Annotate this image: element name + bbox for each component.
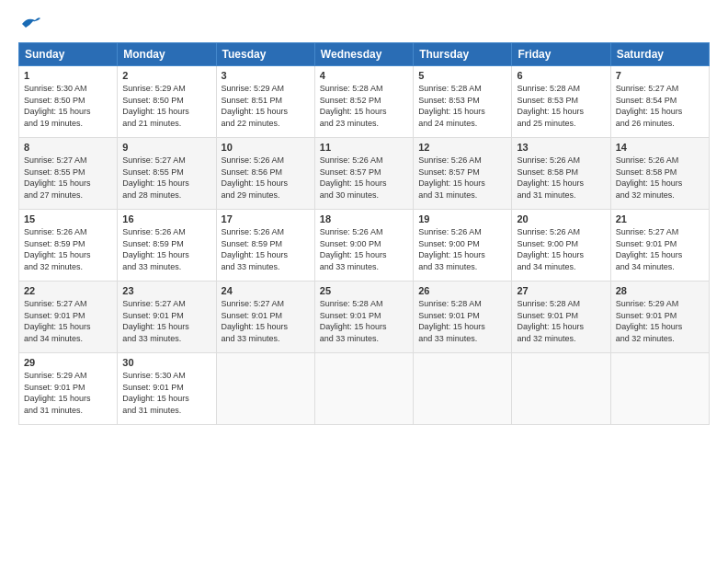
calendar-weekday-wednesday: Wednesday [314, 43, 413, 66]
calendar-weekday-thursday: Thursday [414, 43, 512, 66]
calendar-day-cell: 4Sunrise: 5:28 AM Sunset: 8:52 PM Daylig… [314, 66, 413, 138]
day-number: 10 [222, 142, 310, 153]
calendar-day-cell: 28Sunrise: 5:29 AM Sunset: 9:01 PM Dayli… [610, 282, 709, 353]
calendar-day-cell: 25Sunrise: 5:28 AM Sunset: 9:01 PM Dayli… [314, 282, 413, 353]
day-number: 7 [616, 70, 704, 81]
header [18, 15, 710, 33]
calendar-day-cell: 27Sunrise: 5:28 AM Sunset: 9:01 PM Dayli… [512, 282, 610, 353]
calendar-header-row: SundayMondayTuesdayWednesdayThursdayFrid… [19, 43, 710, 66]
page: SundayMondayTuesdayWednesdayThursdayFrid… [0, 0, 728, 563]
day-number: 15 [24, 213, 112, 224]
day-info: Sunrise: 5:26 AM Sunset: 9:00 PM Dayligh… [418, 226, 506, 272]
day-info: Sunrise: 5:28 AM Sunset: 9:01 PM Dayligh… [418, 298, 506, 344]
day-number: 24 [222, 285, 310, 296]
day-number: 29 [24, 357, 112, 368]
calendar-day-cell: 7Sunrise: 5:27 AM Sunset: 8:54 PM Daylig… [610, 66, 709, 138]
day-number: 19 [418, 213, 506, 224]
calendar-day-cell: 2Sunrise: 5:29 AM Sunset: 8:50 PM Daylig… [118, 66, 216, 138]
day-number: 16 [122, 213, 210, 224]
calendar-day-cell: 21Sunrise: 5:27 AM Sunset: 9:01 PM Dayli… [610, 210, 709, 282]
calendar-day-cell: 1Sunrise: 5:30 AM Sunset: 8:50 PM Daylig… [19, 66, 118, 138]
day-info: Sunrise: 5:28 AM Sunset: 8:52 PM Dayligh… [320, 83, 408, 129]
calendar-week-row: 1Sunrise: 5:30 AM Sunset: 8:50 PM Daylig… [19, 66, 710, 138]
day-info: Sunrise: 5:26 AM Sunset: 9:00 PM Dayligh… [320, 226, 408, 272]
day-number: 1 [24, 70, 112, 81]
day-number: 22 [24, 285, 112, 296]
day-info: Sunrise: 5:26 AM Sunset: 8:57 PM Dayligh… [418, 155, 506, 201]
logo [18, 15, 42, 33]
day-number: 8 [24, 142, 112, 153]
day-number: 13 [517, 142, 605, 153]
calendar-day-cell: 14Sunrise: 5:26 AM Sunset: 8:58 PM Dayli… [610, 138, 709, 210]
day-number: 3 [222, 70, 310, 81]
day-info: Sunrise: 5:27 AM Sunset: 8:55 PM Dayligh… [24, 155, 112, 201]
day-info: Sunrise: 5:26 AM Sunset: 9:00 PM Dayligh… [517, 226, 605, 272]
day-info: Sunrise: 5:29 AM Sunset: 8:50 PM Dayligh… [122, 83, 210, 129]
calendar-weekday-sunday: Sunday [19, 43, 118, 66]
calendar-day-cell: 8Sunrise: 5:27 AM Sunset: 8:55 PM Daylig… [19, 138, 118, 210]
calendar-day-cell: 12Sunrise: 5:26 AM Sunset: 8:57 PM Dayli… [414, 138, 512, 210]
calendar-day-cell: 3Sunrise: 5:29 AM Sunset: 8:51 PM Daylig… [216, 66, 314, 138]
day-info: Sunrise: 5:27 AM Sunset: 9:01 PM Dayligh… [222, 298, 310, 344]
day-info: Sunrise: 5:27 AM Sunset: 9:01 PM Dayligh… [122, 298, 210, 344]
calendar-day-cell [314, 353, 413, 425]
day-info: Sunrise: 5:26 AM Sunset: 8:56 PM Dayligh… [222, 155, 310, 201]
day-info: Sunrise: 5:28 AM Sunset: 8:53 PM Dayligh… [418, 83, 506, 129]
day-info: Sunrise: 5:30 AM Sunset: 9:01 PM Dayligh… [122, 370, 210, 416]
calendar-day-cell: 26Sunrise: 5:28 AM Sunset: 9:01 PM Dayli… [414, 282, 512, 353]
logo-bird-icon [20, 15, 42, 33]
day-info: Sunrise: 5:27 AM Sunset: 8:54 PM Dayligh… [616, 83, 704, 129]
day-info: Sunrise: 5:26 AM Sunset: 8:57 PM Dayligh… [320, 155, 408, 201]
day-info: Sunrise: 5:28 AM Sunset: 8:53 PM Dayligh… [517, 83, 605, 129]
day-number: 23 [122, 285, 210, 296]
day-number: 9 [122, 142, 210, 153]
day-info: Sunrise: 5:28 AM Sunset: 9:01 PM Dayligh… [320, 298, 408, 344]
calendar-day-cell [610, 353, 709, 425]
calendar-weekday-friday: Friday [512, 43, 610, 66]
calendar-day-cell: 11Sunrise: 5:26 AM Sunset: 8:57 PM Dayli… [314, 138, 413, 210]
calendar-day-cell: 17Sunrise: 5:26 AM Sunset: 8:59 PM Dayli… [216, 210, 314, 282]
calendar-week-row: 15Sunrise: 5:26 AM Sunset: 8:59 PM Dayli… [19, 210, 710, 282]
calendar-day-cell: 22Sunrise: 5:27 AM Sunset: 9:01 PM Dayli… [19, 282, 118, 353]
calendar-week-row: 29Sunrise: 5:29 AM Sunset: 9:01 PM Dayli… [19, 353, 710, 425]
day-number: 20 [517, 213, 605, 224]
day-number: 6 [517, 70, 605, 81]
calendar-day-cell: 16Sunrise: 5:26 AM Sunset: 8:59 PM Dayli… [118, 210, 216, 282]
day-number: 25 [320, 285, 408, 296]
day-info: Sunrise: 5:26 AM Sunset: 8:58 PM Dayligh… [517, 155, 605, 201]
calendar-day-cell: 29Sunrise: 5:29 AM Sunset: 9:01 PM Dayli… [19, 353, 118, 425]
calendar-day-cell: 19Sunrise: 5:26 AM Sunset: 9:00 PM Dayli… [414, 210, 512, 282]
calendar-week-row: 8Sunrise: 5:27 AM Sunset: 8:55 PM Daylig… [19, 138, 710, 210]
day-info: Sunrise: 5:29 AM Sunset: 9:01 PM Dayligh… [616, 298, 704, 344]
day-number: 2 [122, 70, 210, 81]
day-info: Sunrise: 5:27 AM Sunset: 9:01 PM Dayligh… [24, 298, 112, 344]
calendar-weekday-monday: Monday [118, 43, 216, 66]
calendar-day-cell: 23Sunrise: 5:27 AM Sunset: 9:01 PM Dayli… [118, 282, 216, 353]
day-number: 30 [122, 357, 210, 368]
day-info: Sunrise: 5:27 AM Sunset: 9:01 PM Dayligh… [616, 226, 704, 272]
calendar-day-cell: 20Sunrise: 5:26 AM Sunset: 9:00 PM Dayli… [512, 210, 610, 282]
day-info: Sunrise: 5:26 AM Sunset: 8:59 PM Dayligh… [222, 226, 310, 272]
calendar-weekday-tuesday: Tuesday [216, 43, 314, 66]
calendar-day-cell: 10Sunrise: 5:26 AM Sunset: 8:56 PM Dayli… [216, 138, 314, 210]
day-info: Sunrise: 5:26 AM Sunset: 8:59 PM Dayligh… [122, 226, 210, 272]
day-number: 18 [320, 213, 408, 224]
calendar-day-cell [216, 353, 314, 425]
calendar-table: SundayMondayTuesdayWednesdayThursdayFrid… [18, 42, 710, 425]
calendar-day-cell: 6Sunrise: 5:28 AM Sunset: 8:53 PM Daylig… [512, 66, 610, 138]
day-number: 5 [418, 70, 506, 81]
calendar-day-cell: 18Sunrise: 5:26 AM Sunset: 9:00 PM Dayli… [314, 210, 413, 282]
calendar-day-cell [414, 353, 512, 425]
day-number: 21 [616, 213, 704, 224]
day-number: 26 [418, 285, 506, 296]
day-number: 14 [616, 142, 704, 153]
day-number: 27 [517, 285, 605, 296]
day-number: 17 [222, 213, 310, 224]
calendar-day-cell: 5Sunrise: 5:28 AM Sunset: 8:53 PM Daylig… [414, 66, 512, 138]
day-info: Sunrise: 5:26 AM Sunset: 8:58 PM Dayligh… [616, 155, 704, 201]
day-info: Sunrise: 5:29 AM Sunset: 8:51 PM Dayligh… [222, 83, 310, 129]
day-number: 4 [320, 70, 408, 81]
day-info: Sunrise: 5:27 AM Sunset: 8:55 PM Dayligh… [122, 155, 210, 201]
day-info: Sunrise: 5:30 AM Sunset: 8:50 PM Dayligh… [24, 83, 112, 129]
day-number: 11 [320, 142, 408, 153]
